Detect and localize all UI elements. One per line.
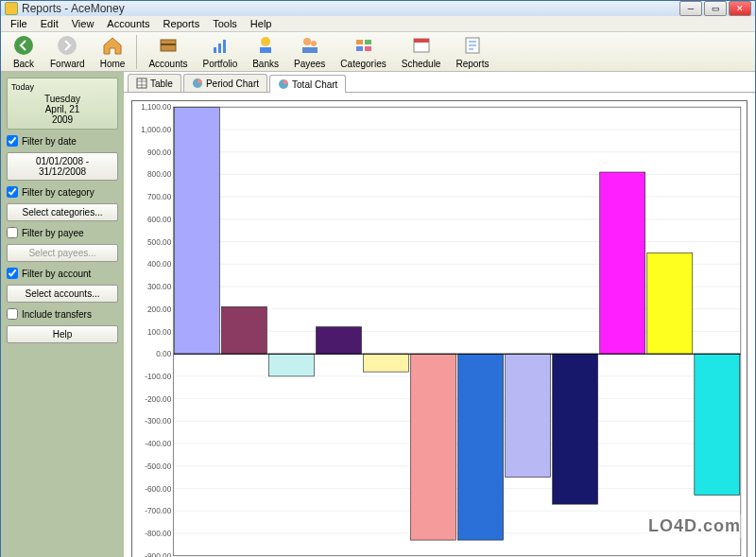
svg-rect-72 <box>553 354 598 504</box>
menu-reports[interactable]: Reports <box>158 16 206 31</box>
tabs: Table Period Chart Total Chart <box>124 72 755 93</box>
menu-help[interactable]: Help <box>245 16 278 31</box>
schedule-icon <box>410 34 433 57</box>
menu-accounts[interactable]: Accounts <box>101 16 155 31</box>
sidebar: Today Tuesday April, 21 2009 Filter by d… <box>1 72 124 557</box>
filter-by-category-checkbox[interactable] <box>7 186 18 198</box>
tab-total-chart[interactable]: Total Chart <box>269 75 346 93</box>
filter-by-category-label: Filter by category <box>22 187 94 198</box>
main-panel: Table Period Chart Total Chart -900.00-8… <box>124 72 755 557</box>
pie-icon <box>192 78 203 89</box>
svg-point-10 <box>311 41 317 46</box>
titlebar: Reports - AceMoney ─ ▭ ✕ <box>1 1 755 16</box>
svg-text:0.00: 0.00 <box>156 350 171 358</box>
filter-by-date-label: Filter by date <box>22 136 77 147</box>
svg-rect-65 <box>221 306 266 354</box>
filter-by-payee-label: Filter by payee <box>22 228 84 238</box>
back-button[interactable]: Back <box>5 32 43 71</box>
app-window: Reports - AceMoney ─ ▭ ✕ File Edit View … <box>0 0 756 557</box>
today-day: Tuesday <box>11 94 113 104</box>
forward-label: Forward <box>50 59 85 69</box>
include-transfers-label: Include transfers <box>22 309 92 320</box>
filter-by-payee-check[interactable]: Filter by payee <box>7 227 118 238</box>
svg-text:700.00: 700.00 <box>147 193 172 201</box>
svg-text:-900.00: -900.00 <box>145 552 171 557</box>
svg-text:800.00: 800.00 <box>147 170 172 179</box>
maximize-button[interactable]: ▭ <box>704 1 727 16</box>
banks-icon <box>254 34 277 57</box>
svg-text:200.00: 200.00 <box>147 305 172 314</box>
payees-button[interactable]: Payees <box>286 32 333 71</box>
include-transfers-check[interactable]: Include transfers <box>7 308 118 320</box>
today-year: 2009 <box>11 114 113 125</box>
total-chart: -900.00-800.00-700.00-600.00-500.00-400.… <box>132 101 747 557</box>
svg-rect-67 <box>316 327 361 354</box>
svg-point-7 <box>261 37 270 46</box>
content-area: Today Tuesday April, 21 2009 Filter by d… <box>1 72 755 557</box>
svg-text:1,000.00: 1,000.00 <box>141 126 172 134</box>
help-button[interactable]: Help <box>7 325 118 343</box>
reports-label: Reports <box>455 59 489 69</box>
filter-by-category-check[interactable]: Filter by category <box>7 186 118 198</box>
watermark: LO4D.com <box>643 514 747 538</box>
menu-tools[interactable]: Tools <box>207 16 243 31</box>
toolbar-separator <box>136 35 137 69</box>
table-icon <box>136 78 147 89</box>
svg-rect-73 <box>600 172 645 354</box>
forward-button[interactable]: Forward <box>43 32 93 71</box>
svg-rect-12 <box>356 40 363 44</box>
menu-edit[interactable]: Edit <box>35 16 64 31</box>
chart-frame: -900.00-800.00-700.00-600.00-500.00-400.… <box>131 100 747 557</box>
minimize-button[interactable]: ─ <box>679 1 702 16</box>
tab-table[interactable]: Table <box>128 74 181 92</box>
select-accounts-button[interactable]: Select accounts... <box>7 285 118 303</box>
include-transfers-checkbox[interactable] <box>7 308 18 320</box>
banks-button[interactable]: Banks <box>245 32 286 71</box>
select-categories-button[interactable]: Select categories... <box>7 203 118 221</box>
date-range-button[interactable]: 01/01/2008 - 31/12/2008 <box>7 152 118 181</box>
svg-rect-74 <box>647 252 693 354</box>
svg-text:-800.00: -800.00 <box>145 530 171 538</box>
svg-rect-14 <box>356 46 363 51</box>
filter-by-date-checkbox[interactable] <box>7 135 18 147</box>
tab-total-label: Total Chart <box>292 79 337 90</box>
svg-text:-600.00: -600.00 <box>145 485 171 494</box>
home-label: Home <box>100 59 126 69</box>
today-label: Today <box>11 82 113 92</box>
svg-rect-70 <box>458 354 504 540</box>
accounts-icon <box>157 34 180 57</box>
portfolio-button[interactable]: Portfolio <box>196 32 246 71</box>
reports-button[interactable]: Reports <box>448 32 496 71</box>
filter-by-account-check[interactable]: Filter by account <box>7 268 118 279</box>
accounts-button[interactable]: Accounts <box>141 32 195 71</box>
home-button[interactable]: Home <box>93 32 133 71</box>
filter-by-date-check[interactable]: Filter by date <box>7 135 118 147</box>
menu-view[interactable]: View <box>66 16 100 31</box>
portfolio-icon <box>209 34 232 57</box>
svg-text:-100.00: -100.00 <box>145 373 171 381</box>
svg-point-0 <box>14 36 33 55</box>
schedule-button[interactable]: Schedule <box>394 32 449 71</box>
tab-period-chart[interactable]: Period Chart <box>183 74 267 92</box>
reports-icon <box>461 34 484 57</box>
filter-by-account-label: Filter by account <box>22 269 91 279</box>
categories-button[interactable]: Categories <box>333 32 393 71</box>
svg-point-9 <box>303 38 311 45</box>
svg-text:-300.00: -300.00 <box>145 417 171 426</box>
svg-text:900.00: 900.00 <box>147 148 172 157</box>
menu-file[interactable]: File <box>5 16 33 31</box>
filter-by-payee-checkbox[interactable] <box>7 227 18 238</box>
categories-label: Categories <box>340 59 386 69</box>
svg-text:300.00: 300.00 <box>147 283 172 291</box>
home-icon <box>101 34 124 57</box>
back-icon <box>12 34 35 57</box>
close-button[interactable]: ✕ <box>729 1 751 16</box>
svg-rect-75 <box>695 354 740 495</box>
filter-by-account-checkbox[interactable] <box>7 268 18 279</box>
svg-text:-700.00: -700.00 <box>145 507 171 515</box>
svg-rect-4 <box>214 47 216 53</box>
svg-text:100.00: 100.00 <box>147 328 172 337</box>
portfolio-label: Portfolio <box>203 59 238 69</box>
svg-text:500.00: 500.00 <box>147 238 172 247</box>
svg-text:-400.00: -400.00 <box>145 440 171 448</box>
